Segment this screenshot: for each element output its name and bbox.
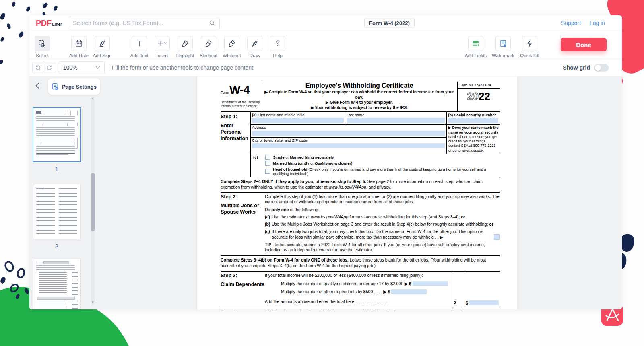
highlight-button[interactable]: Highlight: [172, 36, 198, 58]
insert-button[interactable]: Insert: [149, 36, 175, 58]
scrollbar-thumb[interactable]: [91, 173, 95, 231]
show-grid-label: Show grid: [563, 64, 590, 71]
step3-line1: Multiply the number of qualifying childr…: [265, 281, 452, 287]
lightning-bolt-icon: [526, 39, 534, 47]
step3-total-input[interactable]: [469, 300, 499, 305]
redo-button[interactable]: [44, 62, 55, 73]
first-name-input[interactable]: [252, 118, 344, 123]
blackout-brush-icon: [204, 39, 213, 47]
search-icon[interactable]: [209, 20, 215, 26]
scroll-up-arrow[interactable]: ▲: [91, 97, 95, 101]
draw-pen-icon: [251, 39, 259, 47]
page-thumbnail-2[interactable]: [33, 184, 80, 239]
page-settings-button[interactable]: Page Settings: [48, 78, 100, 95]
add-fields-icon: [472, 39, 480, 47]
document-page: Form W-4 Department of the Treasury Inte…: [197, 76, 517, 309]
draw-button[interactable]: Draw: [242, 36, 268, 58]
single-checkbox[interactable]: [265, 155, 270, 160]
ssn-label: (b) Social security number: [448, 113, 498, 117]
step2-section: Step 2: Multiple Jobs or Spouse Works Co…: [221, 193, 500, 256]
search-form: [68, 17, 220, 29]
city-input[interactable]: [252, 143, 445, 148]
help-button[interactable]: Help: [265, 36, 291, 58]
document-title-badge[interactable]: Form W-4 (2022): [364, 18, 415, 28]
pdfliner-logo[interactable]: PDF Liner: [36, 19, 62, 28]
step1-label: Step 1:: [221, 114, 250, 119]
married-jointly-checkbox[interactable]: [265, 161, 270, 166]
address-label: Address: [252, 125, 445, 130]
step2-label: Step 2:: [221, 194, 265, 200]
step2-sublabel: Multiple Jobs or Spouse Works: [221, 202, 265, 215]
step2-option-c: If there are only two jobs total, you ma…: [272, 229, 500, 240]
ssn-match-note: ▶ Does your name match the name on your …: [447, 125, 500, 154]
editor-content: Page Settings: [29, 76, 622, 309]
scroll-down-arrow[interactable]: ▼: [91, 301, 95, 305]
navy-blob-right-1: [620, 234, 634, 252]
step3-row-number: 3: [454, 300, 464, 305]
app-header: PDF Liner Form W-4 (2022) Support Log in: [29, 15, 622, 31]
dept-line-2: Internal Revenue Service: [221, 104, 261, 108]
step2-option-a: Use the estimator at www.irs.gov/W4App f…: [272, 214, 500, 220]
support-link[interactable]: Support: [561, 20, 581, 26]
login-link[interactable]: Log in: [590, 20, 605, 26]
watermark-document-icon: [499, 39, 507, 47]
quick-fill-button[interactable]: Quick Fill: [517, 36, 543, 58]
address-input[interactable]: [252, 131, 445, 136]
undo-icon: [35, 64, 41, 71]
step3-sublabel: Claim Dependents: [221, 281, 265, 288]
step4-section: Step 4 (a) Other income (not from jobs).…: [221, 307, 500, 309]
step1-section: Step 1: Enter Personal Information (a) F…: [221, 112, 500, 177]
pdfliner-app: PDF Liner Form W-4 (2022) Support Log in: [0, 0, 644, 346]
step2-paragraph-2: Do only one of the following.: [265, 207, 500, 213]
blackout-button[interactable]: Blackout: [196, 36, 221, 58]
omb-number: OMB No. 1545-0074: [458, 82, 500, 89]
page-number-1: 1: [55, 165, 58, 172]
insert-plus-icon: [157, 39, 167, 47]
page-thumbnail-1[interactable]: [33, 107, 81, 162]
whiteout-button[interactable]: Whiteout: [219, 36, 245, 58]
w4-form: Form W-4 Department of the Treasury Inte…: [221, 82, 500, 309]
add-text-button[interactable]: Add Text: [126, 36, 152, 58]
thumbnails-scrollbar[interactable]: ▲ ▼: [91, 97, 95, 305]
page-thumbnail-3[interactable]: [33, 259, 80, 309]
search-input[interactable]: [72, 19, 209, 27]
two-jobs-checkbox[interactable]: [494, 234, 500, 240]
watermark-button[interactable]: Watermark: [490, 36, 516, 58]
form-bullet-1: ▶ Complete Form W-4 so that your employe…: [264, 89, 454, 100]
add-fields-button[interactable]: Add Fields: [463, 36, 489, 58]
head-of-household-option-label: Head of household (Check only if you’re …: [273, 167, 500, 176]
city-label: City or town, state, and ZIP code: [252, 138, 445, 142]
whiteout-brush-icon: [228, 39, 236, 47]
step2-tip: TIP: To be accurate, submit a 2022 Form …: [265, 242, 500, 253]
redo-icon: [46, 64, 53, 71]
form-year: 2022: [458, 90, 500, 103]
collapse-sidebar-button[interactable]: [33, 81, 41, 90]
zoom-level-dropdown[interactable]: 100%: [59, 61, 105, 74]
form-title: Employee’s Withholding Certificate: [264, 82, 454, 89]
select-tool-button[interactable]: Select: [29, 36, 55, 58]
done-button[interactable]: Done: [561, 38, 607, 51]
step3-line2: Multiply the number of other dependents …: [265, 289, 452, 295]
show-grid-toggle[interactable]: [594, 64, 609, 72]
page-settings-label: Page Settings: [62, 84, 97, 90]
step3-line3: Add the amounts above and enter the tota…: [265, 299, 452, 305]
sub-toolbar: 100% Fill the form or use another tools …: [29, 59, 622, 76]
other-dependents-amount-input[interactable]: [391, 289, 427, 294]
calendar-icon: [75, 39, 83, 47]
undo-button[interactable]: [32, 62, 43, 73]
married-jointly-option-label: Married filing jointly or Qualifying wid…: [273, 161, 352, 165]
page-settings-icon: [52, 83, 59, 91]
step3-intro: If your total income will be $200,000 or…: [265, 273, 452, 278]
signature-pen-icon: [98, 39, 106, 47]
add-sign-button[interactable]: Add Sign: [89, 36, 115, 58]
head-of-household-checkbox[interactable]: [265, 169, 270, 174]
ssn-input[interactable]: [448, 118, 498, 123]
form-bullet-3: ▶ Your withholding is subject to review …: [264, 105, 454, 110]
qualifying-children-amount-input[interactable]: [413, 281, 448, 286]
highlighter-brush-icon: [181, 39, 189, 47]
add-date-button[interactable]: Add Date: [66, 36, 92, 58]
last-name-input[interactable]: [347, 118, 445, 123]
select-cursor-icon: [38, 39, 46, 47]
page-thumbnails: 1 2: [33, 107, 80, 309]
text-tool-icon: [135, 39, 143, 47]
